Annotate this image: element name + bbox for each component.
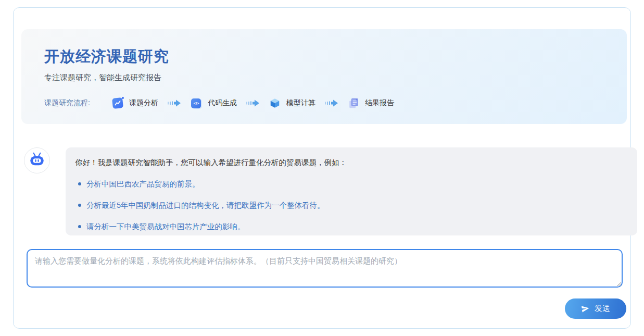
flow-arrow-icon	[168, 99, 181, 107]
page-title: 开放经济课题研究	[44, 46, 627, 67]
workflow-step-analysis: 课题分析	[112, 97, 158, 109]
main-panel: 开放经济课题研究 专注课题研究，智能生成研究报告 课题研究流程: 课题分析	[13, 7, 631, 329]
example-topic[interactable]: 请分析一下中美贸易战对中国芯片产业的影响。	[75, 222, 626, 232]
workflow-step-label: 代码生成	[208, 98, 237, 108]
assistant-message-bubble: 你好！我是课题研究智能助手，您可以输入希望进行量化分析的贸易课题，例如： 分析中…	[66, 147, 637, 235]
workflow-step-label: 结果报告	[365, 98, 394, 108]
chart-analysis-icon	[112, 97, 123, 109]
paper-plane-icon	[580, 304, 590, 314]
workflow-step-label: 模型计算	[286, 98, 315, 108]
workflow-row: 课题研究流程: 课题分析	[44, 97, 627, 109]
topic-input[interactable]	[27, 249, 623, 288]
page-subtitle: 专注课题研究，智能生成研究报告	[44, 73, 627, 83]
workflow-step-model: 模型计算	[269, 97, 315, 109]
example-topic[interactable]: 分析最近5年中国奶制品进口的结构变化，请把欧盟作为一个整体看待。	[75, 201, 626, 210]
example-topics-list: 分析中国巴西农产品贸易的前景。 分析最近5年中国奶制品进口的结构变化，请把欧盟作…	[75, 179, 626, 232]
header-card: 开放经济课题研究 专注课题研究，智能生成研究报告 课题研究流程: 课题分析	[21, 29, 627, 124]
code-icon: </>	[191, 97, 202, 109]
robot-icon	[28, 151, 46, 170]
workflow-label: 课题研究流程:	[44, 98, 90, 108]
flow-arrow-icon	[325, 99, 338, 107]
workflow-step-code: </> 代码生成	[191, 97, 237, 109]
send-button[interactable]: 发送	[565, 298, 626, 319]
assistant-greeting: 你好！我是课题研究智能助手，您可以输入希望进行量化分析的贸易课题，例如：	[75, 158, 626, 168]
send-button-label: 发送	[595, 304, 610, 314]
workflow-step-label: 课题分析	[129, 98, 158, 108]
cube-icon	[269, 97, 281, 109]
example-topic[interactable]: 分析中国巴西农产品贸易的前景。	[75, 179, 626, 189]
flow-arrow-icon	[246, 99, 260, 107]
report-icon	[348, 97, 359, 109]
assistant-avatar	[24, 147, 50, 173]
workflow-step-report: 结果报告	[348, 97, 394, 109]
